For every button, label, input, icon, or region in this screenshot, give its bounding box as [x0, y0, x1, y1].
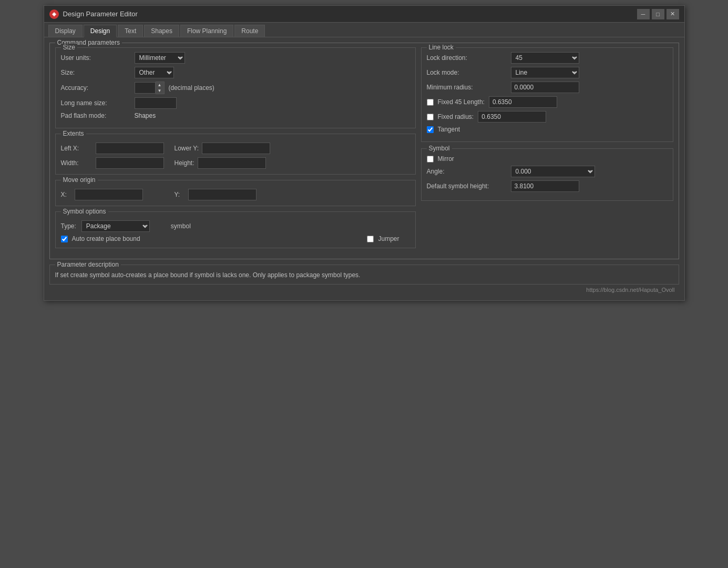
move-origin-label: Move origin	[61, 176, 98, 184]
titlebar: ◈ Design Parameter Editor ─ □ ✕	[44, 6, 684, 23]
angle-select[interactable]: 0.000 90.000 180.000 270.000	[511, 166, 595, 177]
app-icon: ◈	[49, 9, 59, 19]
fixed-45-checkbox[interactable]	[427, 99, 434, 106]
parameter-description-text: If set create symbol auto-creates a plac…	[55, 271, 673, 279]
lock-mode-label: Lock mode:	[427, 69, 511, 76]
tangent-checkbox[interactable]	[427, 126, 434, 133]
tab-flow-planning[interactable]: Flow Planning	[180, 25, 233, 37]
height-input[interactable]: 6.0000	[198, 157, 266, 169]
user-units-select[interactable]: Millimeter Inch Mil	[135, 52, 185, 64]
titlebar-buttons: ─ □ ✕	[637, 9, 679, 19]
auto-create-checkbox[interactable]	[61, 236, 68, 242]
decimal-places-label: (decimal places)	[169, 84, 214, 92]
fixed-radius-value: 0.6350	[478, 111, 546, 123]
angle-row: Angle: 0.000 90.000 180.000 270.000	[427, 166, 668, 177]
min-radius-label: Minimum radius:	[427, 84, 511, 91]
accuracy-down-button[interactable]: ▼	[156, 88, 164, 94]
accuracy-input[interactable]: 4	[135, 82, 156, 94]
fixed-radius-checkbox-label[interactable]: Fixed radius:	[427, 113, 474, 120]
user-units-row: User units: Millimeter Inch Mil	[61, 52, 410, 64]
right-panel: Line lock Lock direction: 45 90 Any	[421, 47, 673, 253]
tangent-label: Tangent	[438, 126, 460, 133]
fixed-radius-checkbox[interactable]	[427, 114, 434, 120]
symbol-text: symbol	[171, 222, 191, 230]
user-units-label: User units:	[61, 54, 135, 62]
tangent-row: Tangent	[427, 126, 668, 133]
auto-create-checkbox-label[interactable]: Auto create place bound	[61, 235, 140, 242]
tab-route[interactable]: Route	[234, 25, 265, 37]
x-input[interactable]: 0.0000	[75, 189, 143, 200]
lock-direction-select[interactable]: 45 90 Any	[511, 52, 579, 64]
pad-flash-label: Pad flash mode:	[61, 112, 135, 119]
size-select[interactable]: Other A B	[135, 67, 174, 78]
symbol-group: Symbol Mirror Angle: 0.000	[421, 148, 673, 201]
angle-select-wrapper: 0.000 90.000 180.000 270.000	[511, 166, 595, 177]
lock-mode-select-wrapper: Line Tangent	[511, 67, 579, 78]
size-select-wrapper: Other A B	[135, 67, 174, 78]
long-name-row: Long name size: 255	[61, 97, 410, 109]
long-name-label: Long name size:	[61, 99, 135, 107]
width-label: Width:	[61, 159, 93, 167]
parameter-description-group: Parameter description If set create symb…	[49, 265, 679, 285]
tab-design[interactable]: Design	[84, 25, 117, 37]
symbol-group-label: Symbol	[427, 145, 452, 152]
main-window: ◈ Design Parameter Editor ─ □ ✕ Display …	[44, 5, 685, 301]
tangent-checkbox-label[interactable]: Tangent	[427, 126, 460, 133]
left-panel: Size User units: Millimeter Inch Mil	[55, 47, 416, 253]
lower-y-label: Lower Y:	[175, 145, 199, 152]
fixed-45-checkbox-label[interactable]: Fixed 45 Length:	[427, 98, 485, 106]
command-parameters-group: Command parameters Size User units: Mill…	[49, 43, 679, 259]
main-layout: Size User units: Millimeter Inch Mil	[55, 47, 673, 253]
lock-direction-label: Lock direction:	[427, 54, 511, 62]
tab-text[interactable]: Text	[118, 25, 143, 37]
min-radius-row: Minimum radius: 0.0000	[427, 82, 668, 93]
pad-flash-value: Shapes	[135, 112, 156, 119]
user-units-select-wrapper: Millimeter Inch Mil	[135, 52, 185, 64]
lock-direction-select-wrapper: 45 90 Any	[511, 52, 579, 64]
fixed-radius-label: Fixed radius:	[438, 113, 474, 120]
tab-shapes[interactable]: Shapes	[144, 25, 179, 37]
fixed-45-row: Fixed 45 Length: 0.6350	[427, 96, 668, 108]
size-row: Size: Other A B	[61, 67, 410, 78]
pad-flash-row: Pad flash mode: Shapes	[61, 112, 410, 119]
type-select[interactable]: Package Board Mechanical	[81, 220, 150, 232]
mirror-checkbox-label[interactable]: Mirror	[427, 155, 454, 163]
mirror-checkbox[interactable]	[427, 156, 434, 163]
maximize-button[interactable]: □	[652, 9, 664, 19]
accuracy-row: Accuracy: 4 ▲ ▼ (decimal places)	[61, 82, 410, 94]
url-bar: https://blog.csdn.net/Haputa_Ovoll	[49, 285, 679, 295]
lock-direction-row: Lock direction: 45 90 Any	[427, 52, 668, 64]
symbol-options-label: Symbol options	[61, 208, 108, 215]
lower-y-input[interactable]: -3.0000	[202, 143, 270, 154]
angle-label: Angle:	[427, 168, 511, 175]
accuracy-input-group: 4 ▲ ▼ (decimal places)	[135, 82, 214, 94]
long-name-input[interactable]: 255	[135, 97, 177, 109]
left-x-label: Left X:	[61, 145, 93, 152]
auto-create-label: Auto create place bound	[72, 235, 140, 242]
symbol-options-group: Symbol options Type: Package Board Mecha…	[55, 211, 416, 248]
extents-group: Extents Left X: -3.0000 Lower Y: -3.0000	[55, 134, 416, 175]
min-radius-value: 0.0000	[511, 82, 579, 93]
size-group-label: Size	[61, 44, 77, 51]
accuracy-spin: ▲ ▼	[156, 82, 165, 94]
accuracy-up-button[interactable]: ▲	[156, 82, 164, 88]
type-label: Type:	[61, 222, 76, 230]
left-x-input[interactable]: -3.0000	[96, 143, 164, 154]
extents-group-label: Extents	[61, 130, 86, 137]
width-input[interactable]: 9.0000	[96, 157, 164, 169]
main-content: Command parameters Size User units: Mill…	[44, 37, 684, 300]
jumper-checkbox[interactable]	[367, 236, 374, 242]
jumper-label: Jumper	[378, 235, 399, 242]
minimize-button[interactable]: ─	[637, 9, 650, 19]
y-input[interactable]: 0.0000	[188, 189, 257, 200]
jumper-checkbox-label[interactable]: Jumper	[367, 235, 399, 242]
close-button[interactable]: ✕	[667, 9, 679, 19]
default-symbol-height-value: 3.8100	[511, 180, 579, 192]
lock-mode-select[interactable]: Line Tangent	[511, 67, 579, 78]
lock-mode-row: Lock mode: Line Tangent	[427, 67, 668, 78]
tab-display[interactable]: Display	[48, 25, 83, 37]
default-symbol-height-row: Default symbol height: 3.8100	[427, 180, 668, 192]
move-origin-group: Move origin X: 0.0000 Y: 0.0000	[55, 180, 416, 206]
line-lock-group: Line lock Lock direction: 45 90 Any	[421, 47, 673, 142]
accuracy-label: Accuracy:	[61, 84, 135, 92]
